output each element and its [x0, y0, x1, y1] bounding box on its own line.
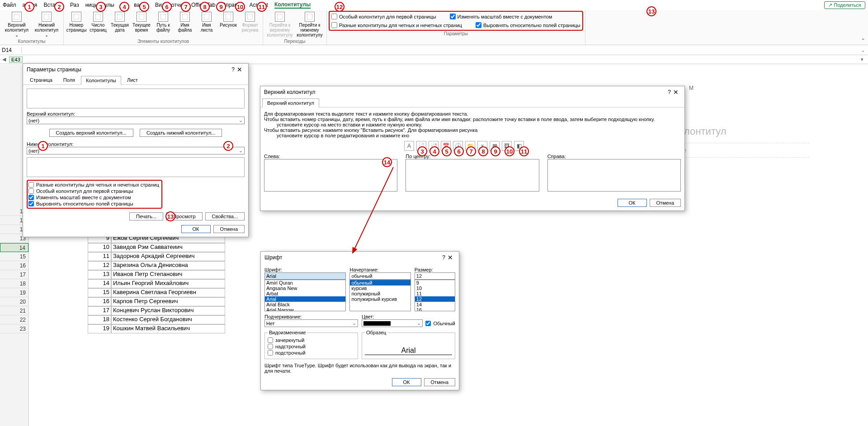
list-item[interactable]: 9: [415, 280, 455, 286]
list-item[interactable]: Arial Black: [265, 302, 345, 307]
cell[interactable]: Задорнов Аркадий Сергеевич: [111, 252, 225, 261]
btn-print[interactable]: Печать...: [129, 212, 163, 220]
nav-chip[interactable]: E43: [9, 56, 23, 63]
picture-format-button[interactable]: Формат рисунка: [239, 11, 261, 33]
help-icon[interactable]: ?: [231, 66, 235, 73]
list-item[interactable]: Angsana New: [265, 286, 345, 291]
btn-create-footer[interactable]: Создать нижний колонтитул...: [140, 129, 222, 137]
cell[interactable]: 11: [88, 252, 111, 261]
cell[interactable]: 19: [88, 324, 111, 333]
list-style[interactable]: обычныйкурсивполужирныйполужирный курсив: [349, 280, 410, 311]
btn-ok[interactable]: ОК: [392, 378, 421, 386]
combo-top-hf[interactable]: (нет): [27, 117, 245, 124]
share-button[interactable]: ↗ Поделиться: [824, 1, 865, 9]
close-icon[interactable]: ✕: [235, 66, 245, 73]
footer-button[interactable]: Нижний колонтитул ⌄: [32, 11, 61, 38]
help-icon[interactable]: ?: [668, 89, 671, 95]
list-item[interactable]: 11: [415, 291, 455, 296]
cell[interactable]: 17: [88, 306, 111, 315]
tab-page[interactable]: Страница: [25, 75, 57, 84]
sheetname-button[interactable]: Имя листа: [196, 11, 217, 33]
list-size[interactable]: 91011121416: [415, 280, 455, 311]
goto-header-button[interactable]: Перейти к верхнему колонтитулу: [265, 11, 295, 38]
header-button[interactable]: Верхний колонтитул ⌄: [2, 11, 32, 38]
btn-properties[interactable]: Свойства...: [205, 212, 245, 220]
picture-button[interactable]: Рисунок: [217, 11, 239, 28]
chk-first-page[interactable]: Особый колонтитул для первой страницы: [28, 188, 160, 194]
chk-align[interactable]: Выровнять относительно полей страницы: [28, 201, 160, 207]
cell[interactable]: 12: [88, 261, 111, 270]
combo-bot-hf[interactable]: (нет): [27, 147, 245, 154]
row-header[interactable]: 21: [0, 306, 28, 315]
cell[interactable]: Зарезина Ольга Денисовна: [111, 261, 225, 270]
row-header[interactable]: 23: [0, 324, 28, 333]
list-item[interactable]: Arial Narrow: [265, 307, 345, 311]
opt-first-page[interactable]: Особый колонтитул для первой страницы: [331, 14, 436, 19]
combo-color[interactable]: [362, 319, 423, 327]
row-header[interactable]: 14: [0, 243, 28, 252]
row-header[interactable]: 19: [0, 288, 28, 297]
row-header[interactable]: 15: [0, 252, 28, 261]
chk-scale[interactable]: Изменять масштаб вместе с документом: [28, 194, 160, 201]
ta-right[interactable]: [547, 159, 681, 192]
tab-sheet[interactable]: Лист: [122, 75, 143, 84]
row-header[interactable]: 22: [0, 315, 28, 324]
list-item[interactable]: 12: [415, 296, 455, 302]
close-icon[interactable]: ✕: [445, 254, 455, 261]
btn-cancel[interactable]: Отмена: [650, 199, 681, 207]
help-icon[interactable]: ?: [442, 254, 445, 261]
pagenumber-button[interactable]: Номер страницы: [66, 11, 87, 33]
menu-headerfooter[interactable]: Колонтитулы: [274, 1, 311, 9]
font-format-icon[interactable]: A: [404, 141, 414, 151]
btn-cancel[interactable]: Отмена: [424, 378, 455, 386]
row-header[interactable]: 17: [0, 270, 28, 279]
nav-menu[interactable]: ▾: [858, 56, 866, 62]
cell[interactable]: 18: [88, 315, 111, 324]
input-size[interactable]: [415, 272, 455, 280]
opt-scale[interactable]: Изменять масштаб вместе с документом: [450, 14, 552, 19]
btn-ok[interactable]: ОК: [618, 199, 647, 207]
cell[interactable]: Кошкин Матвей Васильевич: [111, 324, 225, 333]
cell[interactable]: Ильин Георгий Михайлович: [111, 279, 225, 288]
close-icon[interactable]: ✕: [671, 89, 681, 96]
formula-expand[interactable]: ⌄: [858, 47, 868, 53]
cell[interactable]: Костенко Сергей Богданович: [111, 315, 225, 324]
list-font[interactable]: Amiri QuranAngsana NewArbatArialArial Bl…: [264, 280, 346, 311]
btn-cancel[interactable]: Отмена: [213, 225, 245, 233]
list-item[interactable]: 10: [415, 286, 455, 291]
row-header[interactable]: 16: [0, 261, 28, 270]
cell[interactable]: Каверина Светлана Георгиевн: [111, 288, 225, 297]
time-button[interactable]: Текущее время: [131, 11, 152, 33]
opt-odd-even[interactable]: Разные колонтитулы для четных и нечетных…: [331, 22, 462, 28]
list-item[interactable]: полужирный: [350, 291, 410, 296]
chk-strike[interactable]: зачеркнутый: [268, 337, 355, 343]
cell[interactable]: Концевич Руслан Викторович: [111, 306, 225, 315]
row-header[interactable]: 20: [0, 297, 28, 306]
list-item[interactable]: курсив: [350, 286, 410, 291]
list-item[interactable]: обычный: [350, 280, 410, 286]
menu-file[interactable]: Файл: [3, 2, 16, 8]
tab-margins[interactable]: Поля: [58, 75, 80, 84]
menu-formulas[interactable]: улы: [104, 2, 114, 8]
input-style[interactable]: [349, 272, 410, 280]
cell[interactable]: 16: [88, 297, 111, 306]
chk-sub[interactable]: подстрочный: [268, 350, 355, 356]
nav-prev[interactable]: ◀: [0, 56, 8, 62]
cell[interactable]: 10: [88, 243, 111, 252]
cell[interactable]: 14: [88, 279, 111, 288]
ta-center[interactable]: [406, 159, 539, 192]
filepath-button[interactable]: Путь к файлу: [152, 11, 174, 33]
opt-align-margins[interactable]: Выровнять относительно полей страницы: [476, 22, 580, 28]
pagecount-button[interactable]: Число страниц: [87, 11, 109, 33]
list-item[interactable]: Arbat: [265, 291, 345, 296]
cell[interactable]: Завидов Рэм Савватеиич: [111, 243, 225, 252]
chk-super[interactable]: надстрочный: [268, 343, 355, 350]
list-item[interactable]: Amiri Quran: [265, 280, 345, 286]
cell[interactable]: Иванов Петр Степанович: [111, 270, 225, 279]
cell[interactable]: 13: [88, 270, 111, 279]
list-item[interactable]: 16: [415, 307, 455, 311]
list-item[interactable]: полужирный курсив: [350, 296, 410, 302]
list-item[interactable]: 14: [415, 302, 455, 307]
combo-underline[interactable]: Нет: [264, 319, 358, 327]
cell[interactable]: 15: [88, 288, 111, 297]
